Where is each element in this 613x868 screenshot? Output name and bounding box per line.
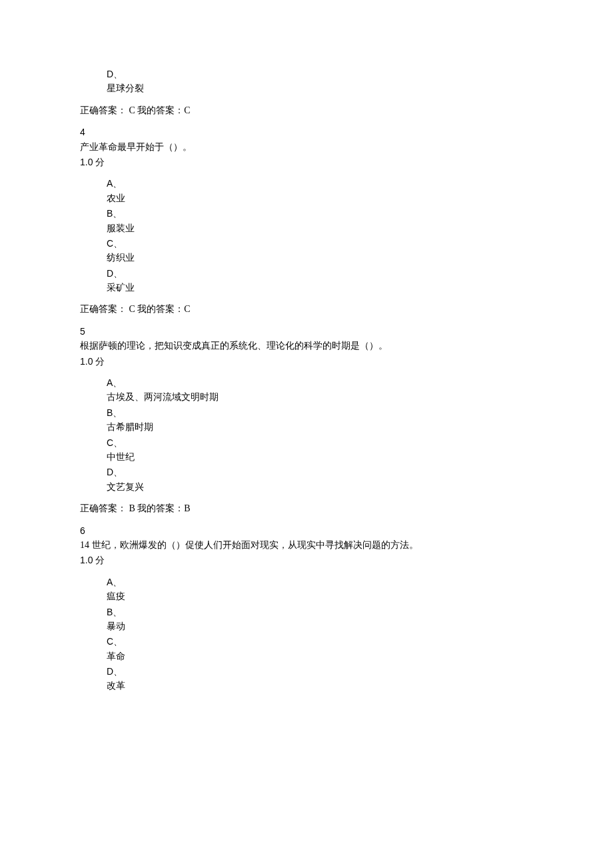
- question-5: 5 根据萨顿的理论，把知识变成真正的系统化、理论化的科学的时期是（）。 1.0 …: [80, 324, 533, 517]
- option-letter: B、: [107, 605, 533, 619]
- option-text: 星球分裂: [107, 81, 533, 96]
- question-number: 6: [80, 523, 533, 538]
- q5-answer: 正确答案： B 我的答案：B: [80, 501, 533, 516]
- option-text: 纺织业: [107, 251, 533, 265]
- option-text: 采矿业: [107, 281, 533, 295]
- option-letter: C、: [107, 435, 533, 450]
- option-text: 农业: [107, 191, 533, 206]
- question-stem: 14 世纪，欧洲爆发的（）促使人们开始面对现实，从现实中寻找解决问题的方法。: [80, 538, 533, 553]
- question-number: 4: [80, 125, 533, 139]
- question-score: 1.0 分: [80, 553, 533, 567]
- option-letter: C、: [107, 236, 533, 251]
- question-6: 6 14 世纪，欧洲爆发的（）促使人们开始面对现实，从现实中寻找解决问题的方法。…: [80, 523, 533, 694]
- option-letter: D、: [107, 664, 533, 679]
- question-4: 4 产业革命最早开始于（）。 1.0 分 A、 农业 B、 服装业 C、 纺织业…: [80, 125, 533, 317]
- page: D、 星球分裂 正确答案： C 我的答案：C 4 产业革命最早开始于（）。 1.…: [0, 0, 613, 868]
- option-letter: D、: [107, 266, 533, 281]
- option-letter: A、: [107, 575, 533, 589]
- q4-answer: 正确答案： C 我的答案：C: [80, 302, 533, 317]
- q3-answer: 正确答案： C 我的答案：C: [80, 103, 533, 118]
- question-score: 1.0 分: [80, 155, 533, 169]
- option-text: 中世纪: [107, 450, 533, 465]
- option-text: 服装业: [107, 221, 533, 236]
- question-score: 1.0 分: [80, 354, 533, 369]
- option-text: 文艺复兴: [107, 480, 533, 495]
- option-letter: C、: [107, 634, 533, 649]
- option-letter: A、: [107, 375, 533, 390]
- option-text: 古希腊时期: [107, 420, 533, 435]
- option-letter: B、: [107, 206, 533, 221]
- option-text: 瘟疫: [107, 589, 533, 604]
- question-stem: 根据萨顿的理论，把知识变成真正的系统化、理论化的科学的时期是（）。: [80, 339, 533, 353]
- question-stem: 产业革命最早开始于（）。: [80, 140, 533, 155]
- option-text: 暴动: [107, 619, 533, 634]
- option-text: 古埃及、两河流域文明时期: [107, 390, 533, 405]
- option-letter: D、: [107, 67, 533, 81]
- option-text: 改革: [107, 679, 533, 693]
- option-letter: B、: [107, 405, 533, 420]
- q3-option-d: D、 星球分裂: [107, 67, 533, 97]
- option-letter: A、: [107, 176, 533, 191]
- question-number: 5: [80, 324, 533, 339]
- option-text: 革命: [107, 649, 533, 664]
- option-letter: D、: [107, 465, 533, 479]
